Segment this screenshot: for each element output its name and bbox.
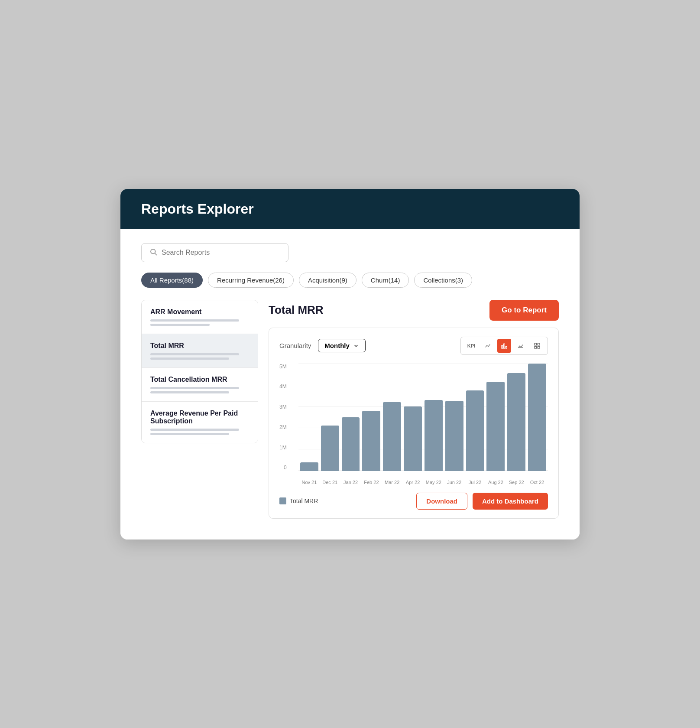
line-chart-icon xyxy=(484,342,491,349)
bar xyxy=(486,382,505,471)
chart-controls: Granularity Monthly KPI xyxy=(279,337,548,355)
report-panel: Total MRR Go to Report Granularity Month… xyxy=(269,300,559,519)
grid-view-button[interactable] xyxy=(530,339,544,353)
bar-col xyxy=(383,364,401,471)
bar xyxy=(362,411,380,471)
kpi-view-button[interactable]: KPI xyxy=(464,339,478,353)
x-axis-label: Aug 22 xyxy=(486,480,505,485)
search-icon xyxy=(149,248,157,257)
x-axis-label: Apr 22 xyxy=(404,480,422,485)
report-item-lines xyxy=(150,319,249,326)
y-axis-label: 5M xyxy=(279,364,287,370)
report-panel-header: Total MRR Go to Report xyxy=(269,300,559,321)
area-view-button[interactable] xyxy=(514,339,528,353)
granularity-label: Granularity xyxy=(279,342,311,349)
svg-rect-9 xyxy=(538,346,540,348)
x-axis-label: Nov 21 xyxy=(300,480,318,485)
x-axis-label: Dec 21 xyxy=(321,480,339,485)
report-item-lines xyxy=(150,429,249,435)
line-view-button[interactable] xyxy=(481,339,495,353)
view-options: KPI xyxy=(460,337,548,355)
report-item-arpu[interactable]: Average Revenue Per Paid Subscription xyxy=(142,402,258,443)
svg-rect-6 xyxy=(535,343,537,345)
svg-rect-7 xyxy=(538,343,540,345)
filter-tab-churn[interactable]: Churn(14) xyxy=(362,273,409,288)
x-axis-label: Jan 22 xyxy=(342,480,360,485)
report-item-cancel[interactable]: Total Cancellation MRR xyxy=(142,368,258,402)
report-item-title: Average Revenue Per Paid Subscription xyxy=(150,410,249,425)
area-chart-icon xyxy=(517,342,524,349)
bar xyxy=(342,417,360,471)
chevron-down-icon xyxy=(353,343,359,349)
bar-col xyxy=(528,364,546,471)
reports-list: ARR MovementTotal MRRTotal Cancellation … xyxy=(141,300,258,443)
svg-point-0 xyxy=(151,249,156,254)
report-item-lines xyxy=(150,387,249,393)
add-to-dashboard-button[interactable]: Add to Dashboard xyxy=(473,493,548,510)
bar xyxy=(528,364,546,471)
page-title: Reports Explorer xyxy=(141,201,559,217)
bar-col xyxy=(466,364,484,471)
report-item-mrr[interactable]: Total MRR xyxy=(142,334,258,368)
bar-col xyxy=(507,364,525,471)
bar-view-button[interactable] xyxy=(497,339,511,353)
y-axis-label: 0 xyxy=(284,465,287,471)
chart-footer: Total MRR Download Add to Dashboard xyxy=(279,493,548,510)
report-item-arr[interactable]: ARR Movement xyxy=(142,300,258,334)
y-axis: 5M4M3M2M1M0 xyxy=(279,364,290,471)
bar xyxy=(466,390,484,471)
report-item-title: ARR Movement xyxy=(150,308,249,316)
bar-chart-icon xyxy=(501,342,508,349)
y-axis-label: 4M xyxy=(279,384,287,390)
bar-col xyxy=(404,364,422,471)
main-content: ARR MovementTotal MRRTotal Cancellation … xyxy=(141,300,559,519)
svg-rect-2 xyxy=(502,345,503,348)
filter-tab-recurring[interactable]: Recurring Revenue(26) xyxy=(208,273,294,288)
bar xyxy=(404,406,422,471)
search-bar[interactable] xyxy=(141,243,288,262)
app-body: All Reports(88)Recurring Revenue(26)Acqu… xyxy=(120,229,580,540)
report-item-title: Total MRR xyxy=(150,342,249,350)
y-axis-label: 3M xyxy=(279,404,287,410)
bar xyxy=(425,400,443,471)
download-button[interactable]: Download xyxy=(416,493,467,510)
bar-col xyxy=(445,364,463,471)
bar-col xyxy=(300,364,318,471)
x-axis-label: Oct 22 xyxy=(528,480,546,485)
report-item-title: Total Cancellation MRR xyxy=(150,376,249,384)
bar xyxy=(321,426,339,471)
x-axis-label: Jun 22 xyxy=(445,480,463,485)
legend-color-box xyxy=(279,497,286,504)
chart-area: 5M4M3M2M1M0 Nov 21Dec 21Jan 22Feb 22Mar … xyxy=(279,364,548,485)
app-container: Reports Explorer All Reports(88)Recurrin… xyxy=(120,189,580,540)
filter-tab-acquisition[interactable]: Acquisition(9) xyxy=(299,273,356,288)
filter-tab-collections[interactable]: Collections(3) xyxy=(414,273,472,288)
bar-col xyxy=(425,364,443,471)
search-input[interactable] xyxy=(162,249,280,257)
bars-wrapper xyxy=(298,364,548,471)
x-axis-label: Sep 22 xyxy=(507,480,525,485)
x-axis-label: Feb 22 xyxy=(362,480,380,485)
bar xyxy=(300,462,318,471)
report-item-lines xyxy=(150,353,249,360)
granularity-value: Monthly xyxy=(324,342,350,349)
go-to-report-button[interactable]: Go to Report xyxy=(489,300,559,321)
bar-col xyxy=(321,364,339,471)
svg-rect-4 xyxy=(506,346,507,348)
svg-line-1 xyxy=(155,253,157,255)
bar xyxy=(383,402,401,471)
legend: Total MRR xyxy=(279,497,318,504)
grid-icon xyxy=(534,342,541,349)
filter-tab-all[interactable]: All Reports(88) xyxy=(141,273,203,288)
y-axis-label: 1M xyxy=(279,445,287,451)
x-axis-label: May 22 xyxy=(425,480,443,485)
bar-col xyxy=(362,364,380,471)
report-panel-title: Total MRR xyxy=(269,303,324,317)
filter-tabs: All Reports(88)Recurring Revenue(26)Acqu… xyxy=(141,273,559,288)
bar xyxy=(445,401,463,471)
granularity-dropdown[interactable]: Monthly xyxy=(318,339,366,352)
svg-rect-3 xyxy=(504,344,505,348)
svg-rect-8 xyxy=(535,346,537,348)
y-axis-label: 2M xyxy=(279,424,287,430)
chart-container: Granularity Monthly KPI xyxy=(269,328,559,519)
